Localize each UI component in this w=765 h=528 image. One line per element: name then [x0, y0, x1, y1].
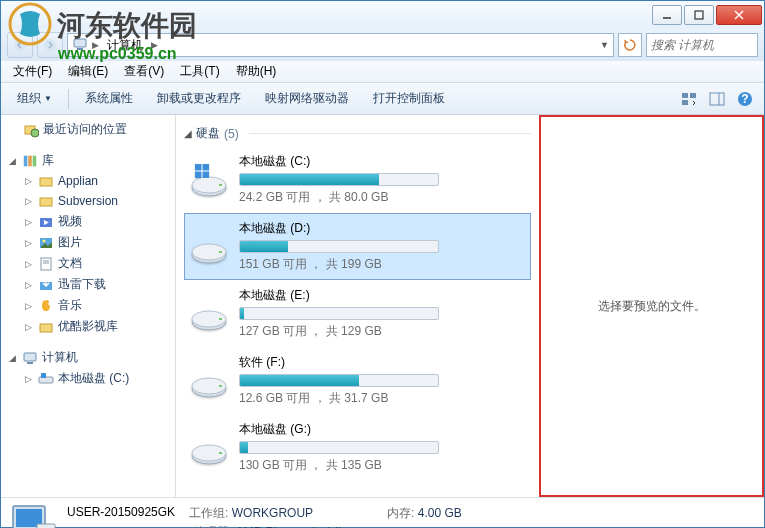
svg-rect-48	[219, 385, 222, 387]
svg-rect-7	[77, 48, 83, 50]
drive-space: 130 GB 可用 ， 共 135 GB	[239, 457, 526, 474]
dropdown-icon[interactable]: ▼	[600, 40, 609, 50]
chevron-right-icon[interactable]: ▶	[151, 40, 158, 50]
svg-rect-6	[74, 39, 86, 47]
menu-tools[interactable]: 工具(T)	[172, 61, 227, 82]
maximize-button[interactable]	[684, 5, 714, 25]
search-box[interactable]	[646, 33, 758, 57]
svg-point-4	[14, 39, 26, 51]
drive-space: 24.2 GB 可用 ， 共 80.0 GB	[239, 189, 526, 206]
preview-pane-button[interactable]	[704, 87, 730, 111]
tree-label: Subversion	[58, 194, 118, 208]
system-properties-button[interactable]: 系统属性	[75, 86, 143, 111]
workgroup-value: WORKGROUP	[232, 506, 313, 520]
tree-label: 计算机	[42, 349, 78, 366]
separator	[68, 89, 69, 109]
sidebar-item-libraries[interactable]: ◢ 库	[1, 150, 175, 171]
close-button[interactable]	[716, 5, 762, 25]
expand-icon[interactable]: ▷	[23, 279, 34, 290]
folder-icon	[38, 193, 54, 209]
preview-pane: 选择要预览的文件。	[539, 115, 764, 497]
expand-icon[interactable]: ▷	[23, 258, 34, 269]
svg-point-16	[31, 129, 39, 137]
expand-icon[interactable]: ▷	[23, 176, 34, 187]
sidebar-item-lib[interactable]: ▷视频	[1, 211, 175, 232]
workgroup-label: 工作组:	[189, 506, 228, 520]
svg-rect-33	[27, 362, 33, 364]
drive-item[interactable]: 本地磁盘 (G:)130 GB 可用 ， 共 135 GB	[184, 414, 531, 481]
svg-rect-56	[37, 524, 55, 529]
sidebar-item-lib[interactable]: ▷文档	[1, 253, 175, 274]
sidebar-item-lib[interactable]: ▷图片	[1, 232, 175, 253]
tree-label: 音乐	[58, 297, 82, 314]
drive-item[interactable]: 本地磁盘 (D:)151 GB 可用 ， 共 199 GB	[184, 213, 531, 280]
menu-edit[interactable]: 编辑(E)	[60, 61, 116, 82]
sidebar-item-drive-c[interactable]: ▷ 本地磁盘 (C:)	[1, 368, 175, 389]
uninstall-button[interactable]: 卸载或更改程序	[147, 86, 251, 111]
collapse-icon[interactable]: ◢	[7, 155, 18, 166]
expand-icon[interactable]: ▷	[23, 300, 34, 311]
group-header-drives[interactable]: ◢ 硬盘 (5)	[184, 121, 531, 146]
svg-rect-17	[24, 155, 28, 166]
organize-button[interactable]: 组织 ▼	[7, 86, 62, 111]
drive-icon	[189, 227, 229, 267]
sidebar-item-lib[interactable]: ▷优酷影视库	[1, 316, 175, 337]
drive-icon	[189, 428, 229, 468]
tree-label: 迅雷下载	[58, 276, 106, 293]
sidebar-item-lib[interactable]: ▷音乐	[1, 295, 175, 316]
help-button[interactable]: ?	[732, 87, 758, 111]
explorer-window: ▶ 计算机 ▶ ▼ 文件(F) 编辑(E) 查看(V) 工具(T) 帮助(H) …	[0, 0, 765, 528]
drive-name: 软件 (F:)	[239, 354, 526, 371]
view-options-button[interactable]	[676, 87, 702, 111]
collapse-icon[interactable]: ◢	[184, 128, 192, 139]
svg-rect-11	[710, 93, 724, 105]
back-button[interactable]	[7, 32, 33, 58]
svg-rect-35	[41, 373, 46, 378]
memory-value: 4.00 GB	[418, 506, 462, 520]
drive-name: 本地磁盘 (E:)	[239, 287, 526, 304]
tree-label: 库	[42, 152, 54, 169]
minimize-button[interactable]	[652, 5, 682, 25]
svg-rect-8	[682, 93, 688, 98]
svg-point-30	[45, 300, 49, 304]
forward-button[interactable]	[37, 32, 63, 58]
address-box[interactable]: ▶ 计算机 ▶ ▼	[67, 33, 614, 57]
sidebar-item-lib[interactable]: ▷迅雷下载	[1, 274, 175, 295]
svg-rect-32	[24, 353, 36, 361]
chevron-right-icon[interactable]: ▶	[92, 40, 99, 50]
collapse-icon[interactable]: ◢	[7, 352, 18, 363]
svg-rect-20	[40, 178, 52, 186]
sidebar-item-lib[interactable]: ▷Applian	[1, 171, 175, 191]
map-drive-button[interactable]: 映射网络驱动器	[255, 86, 359, 111]
menu-help[interactable]: 帮助(H)	[228, 61, 285, 82]
refresh-button[interactable]	[618, 33, 642, 57]
menu-bar: 文件(F) 编辑(E) 查看(V) 工具(T) 帮助(H)	[1, 61, 764, 83]
control-panel-button[interactable]: 打开控制面板	[363, 86, 455, 111]
capacity-bar	[239, 240, 439, 253]
expand-icon[interactable]: ▷	[23, 373, 34, 384]
sidebar-item-recent[interactable]: 最近访问的位置	[1, 119, 175, 140]
drive-item[interactable]: 软件 (F:)12.6 GB 可用 ， 共 31.7 GB	[184, 347, 531, 414]
drive-item[interactable]: 本地磁盘 (C:)24.2 GB 可用 ， 共 80.0 GB	[184, 146, 531, 213]
expand-icon[interactable]: ▷	[23, 237, 34, 248]
computer-icon	[72, 36, 88, 55]
svg-point-25	[43, 239, 46, 242]
menu-view[interactable]: 查看(V)	[116, 61, 172, 82]
expand-icon[interactable]: ▷	[23, 216, 34, 227]
drive-name: 本地磁盘 (D:)	[239, 220, 526, 237]
sidebar-item-computer[interactable]: ◢ 计算机	[1, 347, 175, 368]
drive-item[interactable]: 本地磁盘 (E:)127 GB 可用 ， 共 129 GB	[184, 280, 531, 347]
menu-file[interactable]: 文件(F)	[5, 61, 60, 82]
titlebar[interactable]	[1, 1, 764, 29]
expand-icon[interactable]: ▷	[23, 196, 34, 207]
expand-icon[interactable]: ▷	[23, 321, 34, 332]
search-input[interactable]	[651, 38, 753, 52]
sidebar-item-lib[interactable]: ▷Subversion	[1, 191, 175, 211]
tree-label: 文档	[58, 255, 82, 272]
breadcrumb-label: 计算机	[107, 37, 143, 54]
breadcrumb-computer[interactable]: 计算机	[103, 36, 147, 55]
drive-icon	[38, 371, 54, 387]
svg-rect-45	[219, 318, 222, 320]
drive-icon	[189, 160, 229, 200]
svg-rect-42	[219, 251, 222, 253]
